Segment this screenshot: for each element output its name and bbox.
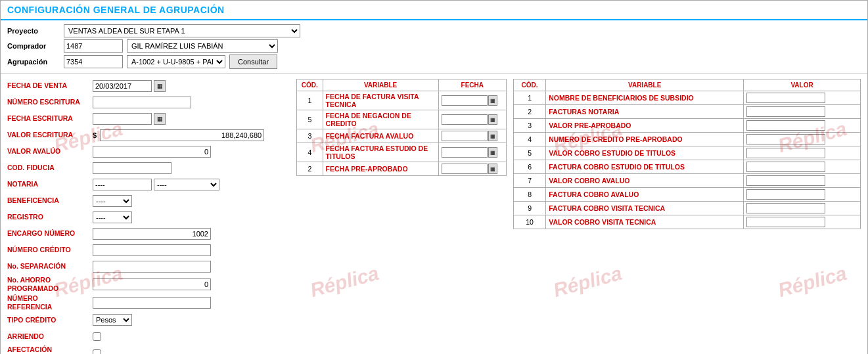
dates-date-cell: ▦ — [438, 129, 506, 143]
vars-val-cell — [744, 119, 861, 133]
vars-col-cod: CÓD. — [514, 79, 546, 91]
numero-referencia-input[interactable] — [93, 297, 211, 309]
afectacion-checkbox[interactable] — [93, 349, 101, 354]
proyecto-label: Proyecto — [7, 27, 60, 35]
fecha-venta-calendar[interactable]: ▦ — [154, 80, 166, 92]
dates-calendar-btn[interactable]: ▦ — [488, 147, 497, 158]
vars-var-cell: VALOR COBRO VISITA TECNICA — [546, 215, 744, 229]
agrupacion-row: Agrupación A-1002 + U-U-9805 + PAR- Cons… — [7, 55, 861, 69]
dates-calendar-btn[interactable]: ▦ — [488, 164, 497, 174]
consultar-button[interactable]: Consultar — [229, 55, 277, 69]
top-form: Proyecto VENTAS ALDEA DEL SUR ETAPA 1 Co… — [1, 20, 867, 74]
agrupacion-id-input[interactable] — [64, 55, 123, 68]
vars-val-cell — [744, 202, 861, 215]
beneficencia-row: BENEFICENCIA ---- — [7, 194, 290, 208]
vars-cod-cell: 3 — [514, 119, 546, 133]
beneficencia-value: ---- — [93, 195, 290, 207]
vars-value-input[interactable] — [746, 106, 825, 117]
arriendo-label: ARRIENDO — [7, 332, 93, 342]
no-separacion-input[interactable] — [93, 261, 211, 273]
no-separacion-label: No. SEPARACIÓN — [7, 262, 93, 271]
encargo-numero-input[interactable] — [93, 228, 211, 240]
vars-cod-cell: 5 — [514, 146, 546, 160]
comprador-id-input[interactable] — [64, 39, 123, 53]
valor-avaluo-label: VALOR AVALÚO — [7, 147, 93, 156]
no-ahorro-input[interactable] — [93, 278, 211, 290]
valor-avaluo-input[interactable] — [93, 146, 211, 158]
dates-cod-cell: 2 — [297, 162, 323, 176]
notaria-input[interactable] — [93, 179, 152, 190]
vars-table-row: 6 FACTURA COBRO ESTUDIO DE TITULOS — [514, 160, 861, 174]
registro-row: REGISTRO ---- — [7, 210, 290, 225]
agrupacion-select[interactable]: A-1002 + U-U-9805 + PAR- — [127, 55, 225, 68]
dates-date-input[interactable] — [442, 164, 488, 174]
valor-escritura-input[interactable] — [100, 129, 264, 141]
cod-fiducia-value — [93, 162, 290, 174]
comprador-name-select[interactable]: GIL RAMÍREZ LUIS FABIÁN — [127, 39, 278, 53]
dates-calendar-btn[interactable]: ▦ — [488, 131, 497, 141]
numero-escritura-input[interactable] — [93, 97, 191, 108]
beneficencia-select[interactable]: ---- — [93, 195, 132, 207]
vars-cod-cell: 10 — [514, 215, 546, 229]
dates-date-input[interactable] — [442, 147, 488, 158]
arriendo-checkbox[interactable] — [93, 332, 101, 341]
numero-escritura-value — [93, 97, 290, 108]
vars-value-input[interactable] — [746, 134, 825, 144]
dates-col-cod: CÓD. — [297, 79, 323, 91]
vars-val-cell — [744, 91, 861, 105]
vars-var-cell: NOMBRE DE BENEFICIARIOS DE SUBSIDIO — [546, 91, 744, 105]
vars-value-input[interactable] — [746, 189, 825, 200]
fecha-escritura-value: ▦ — [93, 113, 290, 125]
encargo-numero-value — [93, 228, 290, 240]
vars-table-row: 8 FACTURA COBRO AVALUO — [514, 188, 861, 202]
dates-table-row: 3 FECHA FACTURA AVALUO ▦ — [297, 129, 507, 143]
proyecto-select[interactable]: VENTAS ALDEA DEL SUR ETAPA 1 — [64, 24, 300, 37]
fecha-venta-input[interactable] — [93, 80, 152, 92]
dates-date-input[interactable] — [442, 131, 488, 141]
vars-var-cell: FACTURAS NOTARIA — [546, 105, 744, 119]
no-separacion-value — [93, 261, 290, 273]
dates-date-input[interactable] — [442, 114, 488, 125]
vars-col-valor: VALOR — [744, 79, 861, 91]
vars-var-cell: NUMERO DE CREDITO PRE-APROBADO — [546, 133, 744, 146]
vars-value-input[interactable] — [746, 203, 825, 213]
registro-select[interactable]: ---- — [93, 211, 132, 223]
dates-calendar-btn[interactable]: ▦ — [488, 114, 497, 125]
dates-date-cell: ▦ — [438, 91, 506, 110]
fecha-escritura-calendar[interactable]: ▦ — [154, 113, 166, 125]
vars-table-row: 5 VALOR COBRO ESTUDIO DE TITULOS — [514, 146, 861, 160]
dates-calendar-btn[interactable]: ▦ — [488, 95, 497, 106]
tipo-credito-select[interactable]: Pesos — [93, 314, 132, 326]
agrupacion-label: Agrupación — [7, 58, 60, 66]
vars-table-row: 2 FACTURAS NOTARIA — [514, 105, 861, 119]
vars-value-input[interactable] — [746, 175, 825, 186]
vars-table-row: 4 NUMERO DE CREDITO PRE-APROBADO — [514, 133, 861, 146]
vars-val-cell — [744, 105, 861, 119]
fecha-venta-row: FECHA DE VENTA ▦ — [7, 79, 290, 93]
vars-val-cell — [744, 215, 861, 229]
page-title: CONFIGURACIÓN GENERAL DE AGRUPACIÓN — [1, 1, 867, 20]
vars-value-input[interactable] — [746, 162, 825, 172]
vars-table-row: 3 VALOR PRE-APROBADO — [514, 119, 861, 133]
vars-var-cell: FACTURA COBRO VISITA TECNICA — [546, 202, 744, 215]
notaria-select[interactable]: ---- — [154, 179, 219, 190]
vars-value-input[interactable] — [746, 120, 825, 131]
cod-fiducia-input[interactable] — [93, 162, 171, 174]
vars-value-input[interactable] — [746, 217, 825, 227]
dates-date-cell: ▦ — [438, 110, 506, 129]
vars-cod-cell: 2 — [514, 105, 546, 119]
fecha-escritura-input[interactable] — [93, 113, 152, 125]
dates-var-cell: FECHA DE FACTURA VISITA TECNICA — [323, 91, 438, 110]
no-separacion-row: No. SEPARACIÓN — [7, 259, 290, 274]
no-ahorro-row: No. AHORROPROGRAMADO — [7, 276, 290, 292]
vars-value-input[interactable] — [746, 148, 825, 158]
vars-value-input[interactable] — [746, 93, 825, 103]
vars-cod-cell: 6 — [514, 160, 546, 174]
currency-sign: $ — [93, 131, 97, 139]
numero-credito-row: NÚMERO CRÉDITO — [7, 243, 290, 257]
dates-date-input[interactable] — [442, 95, 488, 106]
main-content: Réplica Réplica Réplica Réplica Réplica … — [1, 74, 867, 354]
dates-table-row: 2 FECHA PRE-APROBADO ▦ — [297, 162, 507, 176]
notaria-label: NOTARIA — [7, 180, 93, 189]
numero-credito-input[interactable] — [93, 244, 211, 256]
